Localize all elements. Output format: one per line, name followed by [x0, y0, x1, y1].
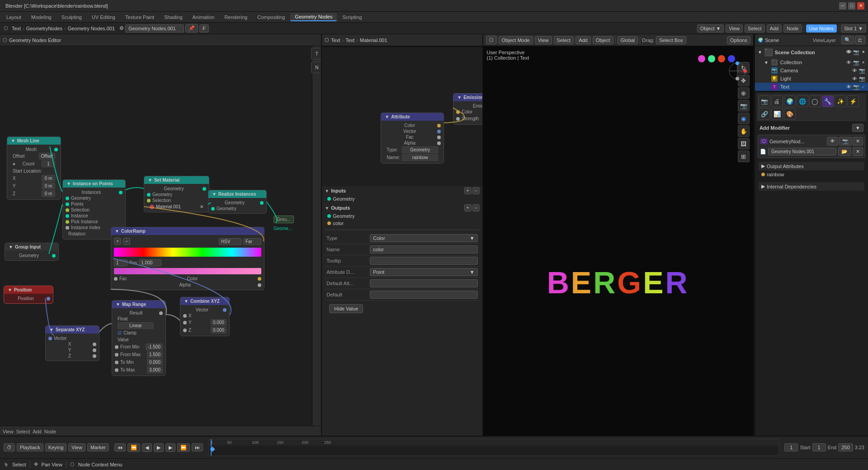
vp-zoom-btn[interactable]: ⊕ [738, 87, 750, 99]
sc-lock-icon[interactable]: ⚬ [861, 49, 865, 55]
node-realize-instances[interactable]: ▼ Realize Instances Geometry Geometry [208, 190, 267, 214]
tab-uv-editing[interactable]: UV Editing [87, 14, 120, 21]
node-position[interactable]: ▼ Position Position [4, 286, 53, 304]
add-modifier-btn[interactable]: ▼ [852, 124, 863, 132]
skip-end-btn[interactable]: ⏭ [192, 443, 203, 451]
tab-sculpting[interactable]: Sculpting [57, 14, 86, 21]
inputs-section-header[interactable]: ▼ Inputs [325, 188, 346, 193]
tab-shading[interactable]: Shading [160, 14, 187, 21]
skip-start-btn[interactable]: ⏮ [114, 443, 126, 451]
cr-add-stop-btn[interactable]: + [114, 238, 121, 245]
node-fake-user[interactable]: F [199, 24, 209, 33]
name-input[interactable] [370, 245, 477, 254]
select-box-btn[interactable]: Select Box [656, 36, 686, 44]
playback-label[interactable]: Playback [17, 443, 43, 451]
gn-close-btn[interactable]: ✕ [853, 137, 863, 146]
default-attr-input[interactable] [370, 279, 477, 287]
node-group-name[interactable]: Geometry Nodes.001 [125, 24, 184, 33]
bc-text2[interactable]: Text [345, 38, 354, 43]
node-attribute[interactable]: ▼ Attribute Color Vector Fac [381, 113, 444, 164]
inputs-remove-btn[interactable]: − [472, 187, 480, 194]
minimize-button[interactable]: ─ [839, 2, 846, 9]
node-cxyz-header[interactable]: ▼ Combine XYZ [180, 297, 229, 305]
view-menu[interactable]: View [726, 24, 743, 33]
select-menu[interactable]: Select [745, 24, 765, 33]
node-mr-header[interactable]: ▼ Map Range [112, 301, 165, 308]
node-attr-header[interactable]: ▼ Attribute [381, 113, 443, 121]
cam-eye-icon[interactable]: 👁 [852, 68, 857, 74]
close-button[interactable]: ✕ [857, 2, 864, 9]
use-nodes-toggle[interactable]: Use Nodes [806, 24, 837, 33]
props-particles-icon[interactable]: ✨ [835, 95, 846, 107]
viewport-3d[interactable]: User Perspective (1) Collection | Text B… [483, 46, 753, 437]
node-iop-header[interactable]: ▼ Instance on Points [63, 180, 125, 188]
cr-remove-stop-btn[interactable]: − [123, 238, 130, 245]
node-ri-header[interactable]: ▼ Realize Instances [208, 190, 266, 198]
vp-options-btn[interactable]: Options [727, 36, 750, 44]
node-map-range[interactable]: ▼ Map Range Result Float Linear ☑ [112, 300, 166, 376]
cr-mode-selector[interactable]: HSV [219, 238, 241, 245]
vp-orientation[interactable]: Global [618, 36, 638, 44]
hide-value-button[interactable]: Hide Value [329, 304, 363, 313]
tab-scripting[interactable]: Scripting [338, 14, 366, 21]
bc-material[interactable]: Material.001 [360, 38, 387, 43]
end-frame-input[interactable]: 250 [838, 443, 853, 451]
sm-material-value[interactable]: Material.001 [156, 204, 181, 209]
coll-lock-icon[interactable]: ⚬ [861, 60, 865, 66]
marker-label[interactable]: Marker [87, 443, 109, 451]
tool-btn-2[interactable]: N [311, 61, 322, 73]
tab-layout[interactable]: Layout [2, 14, 26, 21]
text-cam-icon[interactable]: 📷 [853, 84, 859, 90]
start-frame-input[interactable]: 1 [812, 443, 826, 451]
vp-grid-btn[interactable]: ⊞ [738, 150, 750, 162]
tab-modeling[interactable]: Modeling [27, 14, 56, 21]
props-physics-icon[interactable]: ⚡ [847, 95, 859, 107]
vp-hand-btn[interactable]: ✋ [738, 125, 750, 137]
node-set-material[interactable]: ▼ Set Material Geometry Geometry Selecti… [144, 176, 209, 212]
tab-geometry-nodes[interactable]: Geometry Nodes [290, 13, 337, 21]
gn-render-btn[interactable]: 📷 [839, 137, 852, 146]
props-world-icon[interactable]: 🌐 [797, 95, 808, 107]
tab-texture-paint[interactable]: Texture Paint [121, 14, 159, 21]
props-render-icon[interactable]: 📷 [759, 95, 770, 107]
light-cam-icon[interactable]: 📷 [859, 76, 865, 82]
tab-animation[interactable]: Animation [188, 14, 219, 21]
keying-label[interactable]: Keying [45, 443, 67, 451]
vp-view-menu[interactable]: View [535, 36, 552, 44]
props-material-icon[interactable]: 🎨 [784, 108, 796, 120]
vp-screenshot-btn[interactable]: 🖼 [738, 138, 750, 150]
pin-button[interactable]: 📌 [185, 24, 198, 33]
vp-add-menu[interactable]: Add [576, 36, 591, 44]
inputs-add-btn[interactable]: + [464, 187, 472, 194]
play-btn[interactable]: ▶ [154, 443, 164, 452]
text-eye-icon[interactable]: 👁 [846, 84, 851, 90]
node-pos-header[interactable]: ▼ Position [4, 286, 53, 294]
timeline-ruler[interactable]: 1 50 100 150 200 250 [208, 439, 779, 456]
breadcrumb-text[interactable]: Text [12, 26, 21, 31]
cr-interp-selector[interactable]: Far [243, 238, 261, 245]
gn-show-btn[interactable]: 👁 [827, 137, 838, 146]
vp-render-btn[interactable]: ◉ [738, 113, 750, 124]
next-keyframe-btn[interactable]: ▶ [165, 443, 175, 452]
next-frame-btn[interactable]: ⏩ [177, 443, 190, 452]
vp-object-menu[interactable]: Object [593, 36, 613, 44]
node-emission[interactable]: ▼ Emission Emission Color [453, 93, 482, 125]
cr-gradient[interactable] [114, 248, 261, 257]
node-color-ramp[interactable]: ▼ ColorRamp + − HSV Far 1 Pos 1 [111, 227, 264, 290]
tab-compositing[interactable]: Compositing [253, 14, 289, 21]
current-frame-display[interactable]: 1 [784, 443, 798, 451]
gn-close2-btn[interactable]: ✕ [853, 147, 863, 156]
sc-eye-icon[interactable]: 👁 [846, 49, 851, 55]
vp-select-menu[interactable]: Select [554, 36, 574, 44]
tab-rendering[interactable]: Rendering [220, 14, 252, 21]
props-constraints-icon[interactable]: 🔗 [759, 108, 770, 120]
cr-pos-value[interactable]: 1.000 [139, 259, 161, 266]
props-output-icon[interactable]: 🖨 [771, 95, 783, 107]
object-mode-selector[interactable]: Object ▼ [697, 24, 724, 33]
slot-selector[interactable]: Slot 1 ▼ [841, 24, 866, 33]
node-sm-header[interactable]: ▼ Set Material [144, 176, 209, 184]
node-menu[interactable]: Node [783, 24, 802, 33]
outputs-remove-btn[interactable]: − [472, 204, 480, 212]
add-menu[interactable]: Add [767, 24, 782, 33]
node-em-header[interactable]: ▼ Emission [453, 94, 482, 101]
